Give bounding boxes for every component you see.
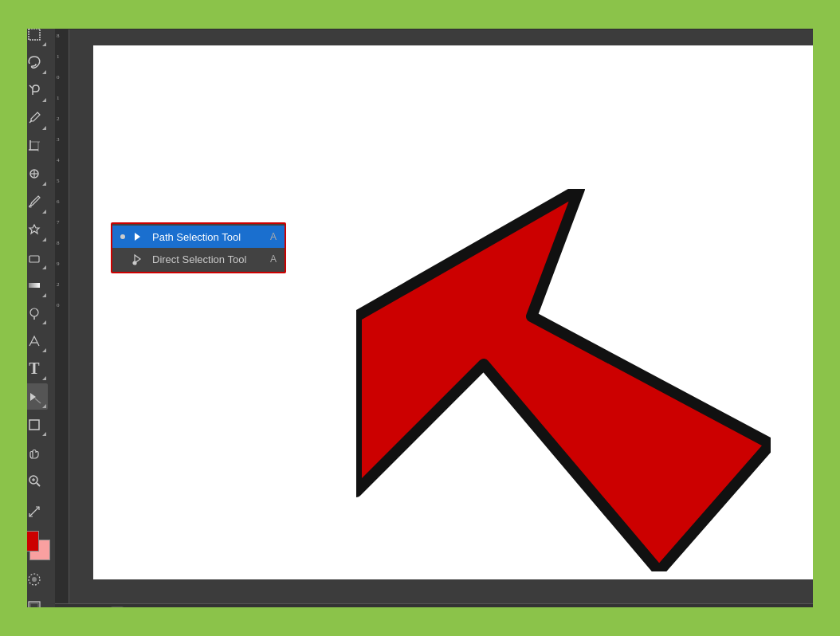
zoom-tool[interactable] — [21, 467, 48, 493]
svg-point-13 — [30, 308, 38, 316]
zoom-level: 66.67% — [61, 608, 91, 618]
svg-point-30 — [116, 610, 118, 612]
path-selection-tool-btn[interactable] — [21, 383, 48, 410]
svg-line-2 — [29, 120, 32, 123]
color-swatches — [18, 531, 50, 560]
svg-point-10 — [29, 205, 32, 208]
ruler-h-track: 8 1 0 1 2 3 4 5 6 7 8 9 2 0 — [69, 15, 826, 29]
flyout-path-selection[interactable]: Path Selection Tool A — [112, 226, 285, 248]
swap-colors-btn[interactable] — [21, 498, 48, 524]
dodge-tool[interactable] — [21, 300, 48, 327]
image-info-icon[interactable] — [111, 607, 124, 619]
svg-point-24 — [32, 577, 37, 582]
brush-tool[interactable] — [21, 189, 48, 215]
svg-point-27 — [133, 261, 136, 265]
foreground-color-swatch[interactable] — [18, 531, 39, 552]
quick-mask-tool[interactable] — [21, 567, 48, 593]
type-icon: T — [29, 359, 39, 378]
svg-line-1 — [29, 85, 33, 88]
quick-selection-tool[interactable] — [21, 77, 48, 104]
lasso-tool[interactable] — [21, 49, 48, 76]
toolbar: T — [14, 15, 55, 621]
screen-mode-tool[interactable] — [21, 595, 48, 621]
svg-rect-16 — [29, 420, 39, 430]
ruler-vertical: 8 1 0 1 2 3 4 5 6 7 8 9 2 0 — [55, 29, 69, 603]
pen-tool[interactable] — [21, 328, 48, 354]
svg-line-21 — [34, 507, 39, 512]
shape-tool[interactable] — [21, 411, 48, 438]
svg-line-22 — [29, 512, 34, 516]
flyout-direct-selection-shortcut: A — [270, 253, 277, 265]
flyout-menu: Path Selection Tool A Direct Selection T… — [111, 222, 286, 273]
eraser-tool[interactable] — [21, 245, 48, 271]
gradient-tool[interactable] — [21, 273, 48, 299]
clone-stamp-tool[interactable] — [21, 217, 48, 243]
flyout-direct-selection-label: Direct Selection Tool — [152, 253, 264, 265]
flyout-direct-selection[interactable]: Direct Selection Tool A — [112, 248, 285, 270]
svg-rect-11 — [29, 256, 39, 262]
status-bar: 66.67% ... Doc: 2.25M/0 bytes ▶ — [55, 603, 826, 621]
status-next-arrow[interactable]: ▶ — [814, 607, 820, 618]
flyout-unselected-spacer — [120, 257, 125, 261]
type-tool[interactable]: T — [21, 355, 48, 382]
canvas-document[interactable]: Path Selection Tool A Direct Selection T… — [69, 29, 826, 603]
rectangle-marquee-tool[interactable] — [21, 22, 48, 48]
direct-selection-icon — [131, 252, 146, 266]
white-canvas — [93, 45, 826, 579]
status-separator: ... — [97, 608, 104, 618]
flyout-path-selection-shortcut: A — [270, 231, 277, 242]
doc-size: Doc: 2.25M/0 bytes — [146, 608, 222, 618]
path-selection-icon — [131, 230, 146, 244]
crop-tool[interactable] — [21, 133, 48, 159]
healing-brush-tool[interactable] — [21, 161, 48, 187]
eyedropper-tool[interactable] — [21, 105, 48, 132]
ruler-horizontal: 8 1 0 1 2 3 4 5 6 7 8 9 2 0 — [55, 15, 826, 29]
svg-rect-26 — [30, 603, 38, 611]
ruler-corner — [55, 15, 69, 29]
flyout-path-selection-label: Path Selection Tool — [152, 231, 264, 243]
svg-line-18 — [37, 483, 40, 486]
canvas-area: 8 1 0 1 2 3 4 5 6 7 8 9 2 0 — [55, 15, 826, 621]
svg-rect-0 — [29, 29, 40, 40]
flyout-selected-indicator — [120, 234, 125, 239]
hand-tool[interactable] — [21, 439, 48, 465]
svg-rect-12 — [29, 283, 40, 288]
canvas-body: 8 1 0 1 2 3 4 5 6 7 8 9 2 0 — [55, 29, 826, 603]
